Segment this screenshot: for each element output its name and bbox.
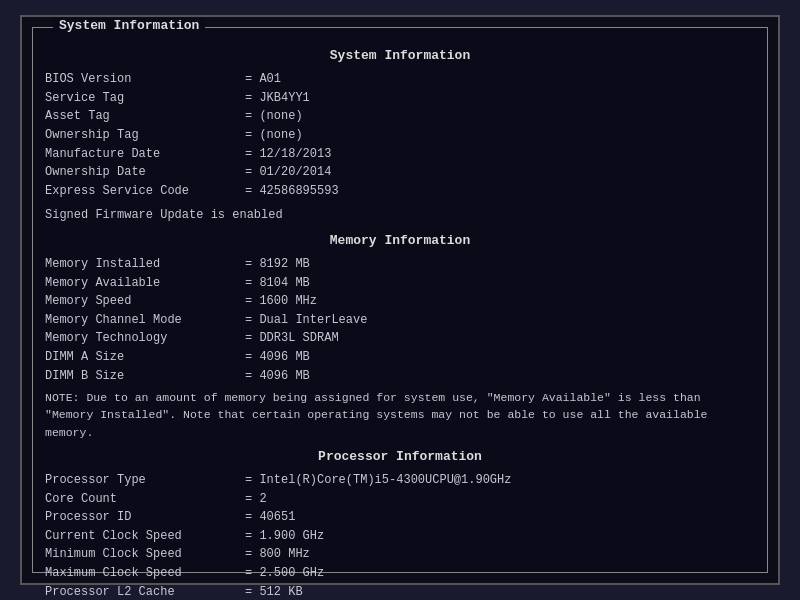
table-row: Processor ID= 40651 — [45, 508, 755, 527]
memory-info-header: Memory Information — [45, 231, 755, 251]
field-value: = A01 — [245, 70, 281, 89]
field-label: DIMM A Size — [45, 348, 245, 367]
processor-info-fields: Processor Type= Intel(R)Core(TM)i5-4300U… — [45, 471, 755, 600]
table-row: Express Service Code= 42586895593 — [45, 182, 755, 201]
table-row: Current Clock Speed= 1.900 GHz — [45, 527, 755, 546]
table-row: Memory Technology= DDR3L SDRAM — [45, 329, 755, 348]
field-value: = 8192 MB — [245, 255, 310, 274]
table-row: Memory Channel Mode= Dual InterLeave — [45, 311, 755, 330]
field-label: DIMM B Size — [45, 367, 245, 386]
field-label: Processor Type — [45, 471, 245, 490]
memory-info-fields: Memory Installed= 8192 MBMemory Availabl… — [45, 255, 755, 385]
field-label: Memory Technology — [45, 329, 245, 348]
table-row: Processor Type= Intel(R)Core(TM)i5-4300U… — [45, 471, 755, 490]
content-area: System Information BIOS Version= A01Serv… — [45, 36, 755, 600]
field-value: = 512 KB — [245, 583, 303, 600]
field-value: = Dual InterLeave — [245, 311, 367, 330]
table-row: Manufacture Date= 12/18/2013 — [45, 145, 755, 164]
field-value: = 01/20/2014 — [245, 163, 331, 182]
table-row: DIMM A Size= 4096 MB — [45, 348, 755, 367]
field-value: = 12/18/2013 — [245, 145, 331, 164]
table-row: Maximum Clock Speed= 2.500 GHz — [45, 564, 755, 583]
field-value: = JKB4YY1 — [245, 89, 310, 108]
table-row: Memory Installed= 8192 MB — [45, 255, 755, 274]
field-value: = 42586895593 — [245, 182, 339, 201]
table-row: Service Tag= JKB4YY1 — [45, 89, 755, 108]
outer-frame: System Information System Information BI… — [20, 15, 780, 585]
table-row: Minimum Clock Speed= 800 MHz — [45, 545, 755, 564]
table-row: DIMM B Size= 4096 MB — [45, 367, 755, 386]
table-row: Memory Available= 8104 MB — [45, 274, 755, 293]
table-row: BIOS Version= A01 — [45, 70, 755, 89]
section-title: System Information — [53, 18, 205, 33]
firmware-note: Signed Firmware Update is enabled — [45, 206, 755, 225]
field-label: Current Clock Speed — [45, 527, 245, 546]
field-label: Memory Channel Mode — [45, 311, 245, 330]
system-info-fields: BIOS Version= A01Service Tag= JKB4YY1Ass… — [45, 70, 755, 200]
field-value: = 2.500 GHz — [245, 564, 324, 583]
field-label: Maximum Clock Speed — [45, 564, 245, 583]
field-label: Memory Installed — [45, 255, 245, 274]
field-label: Processor L2 Cache — [45, 583, 245, 600]
table-row: Ownership Date= 01/20/2014 — [45, 163, 755, 182]
section-border: System Information System Information BI… — [32, 27, 768, 573]
field-label: Processor ID — [45, 508, 245, 527]
field-label: Ownership Tag — [45, 126, 245, 145]
field-label: Memory Speed — [45, 292, 245, 311]
field-label: Manufacture Date — [45, 145, 245, 164]
field-value: = 8104 MB — [245, 274, 310, 293]
table-row: Ownership Tag= (none) — [45, 126, 755, 145]
field-value: = 4096 MB — [245, 348, 310, 367]
field-label: Core Count — [45, 490, 245, 509]
field-value: = 2 — [245, 490, 267, 509]
table-row: Core Count= 2 — [45, 490, 755, 509]
memory-note: NOTE: Due to an amount of memory being a… — [45, 389, 755, 441]
field-value: = DDR3L SDRAM — [245, 329, 339, 348]
system-info-header: System Information — [45, 46, 755, 66]
field-label: Service Tag — [45, 89, 245, 108]
field-value: = 1.900 GHz — [245, 527, 324, 546]
field-value: = (none) — [245, 107, 303, 126]
field-value: = 4096 MB — [245, 367, 310, 386]
field-label: Minimum Clock Speed — [45, 545, 245, 564]
field-value: = 40651 — [245, 508, 295, 527]
table-row: Asset Tag= (none) — [45, 107, 755, 126]
field-label: BIOS Version — [45, 70, 245, 89]
table-row: Memory Speed= 1600 MHz — [45, 292, 755, 311]
field-label: Memory Available — [45, 274, 245, 293]
field-label: Express Service Code — [45, 182, 245, 201]
processor-info-header: Processor Information — [45, 447, 755, 467]
field-value: = 800 MHz — [245, 545, 310, 564]
table-row: Processor L2 Cache= 512 KB — [45, 583, 755, 600]
field-label: Ownership Date — [45, 163, 245, 182]
field-value: = (none) — [245, 126, 303, 145]
field-value: = Intel(R)Core(TM)i5-4300UCPU@1.90GHz — [245, 471, 511, 490]
field-label: Asset Tag — [45, 107, 245, 126]
field-value: = 1600 MHz — [245, 292, 317, 311]
